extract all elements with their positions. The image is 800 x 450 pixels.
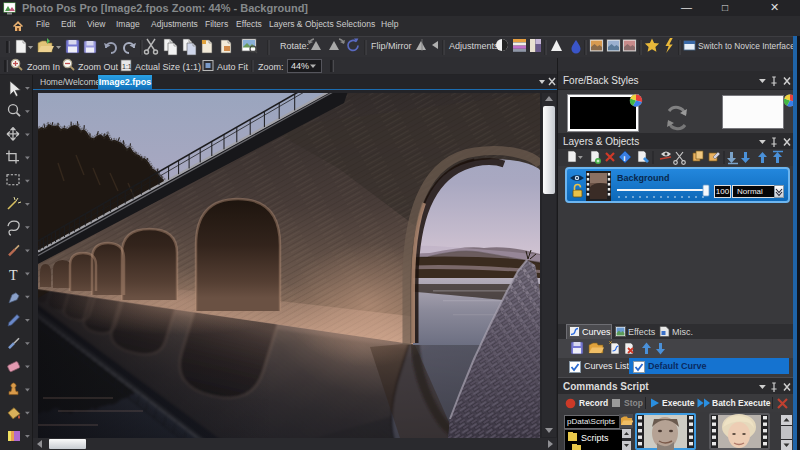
- svg-text:T: T: [9, 268, 18, 283]
- svg-text:Actual Size (1:1): Actual Size (1:1): [135, 62, 201, 72]
- svg-text:44%: 44%: [291, 61, 309, 71]
- svg-text:Switch to Novice Interface: Switch to Novice Interface: [698, 41, 795, 51]
- svg-text:Zoom In: Zoom In: [27, 62, 60, 72]
- svg-text:Scripts: Scripts: [581, 433, 609, 443]
- svg-text:Adjustments:: Adjustments:: [449, 41, 501, 51]
- svg-text:Auto Fit: Auto Fit: [217, 62, 249, 72]
- svg-text:Zoom Out: Zoom Out: [78, 62, 119, 72]
- svg-text:Rotate:: Rotate:: [280, 41, 309, 51]
- svg-text:Flip/Mirror: Flip/Mirror: [371, 41, 412, 51]
- svg-text:i: i: [623, 154, 625, 163]
- svg-text:Zoom:: Zoom:: [258, 62, 284, 72]
- svg-text:1:1: 1:1: [122, 63, 132, 70]
